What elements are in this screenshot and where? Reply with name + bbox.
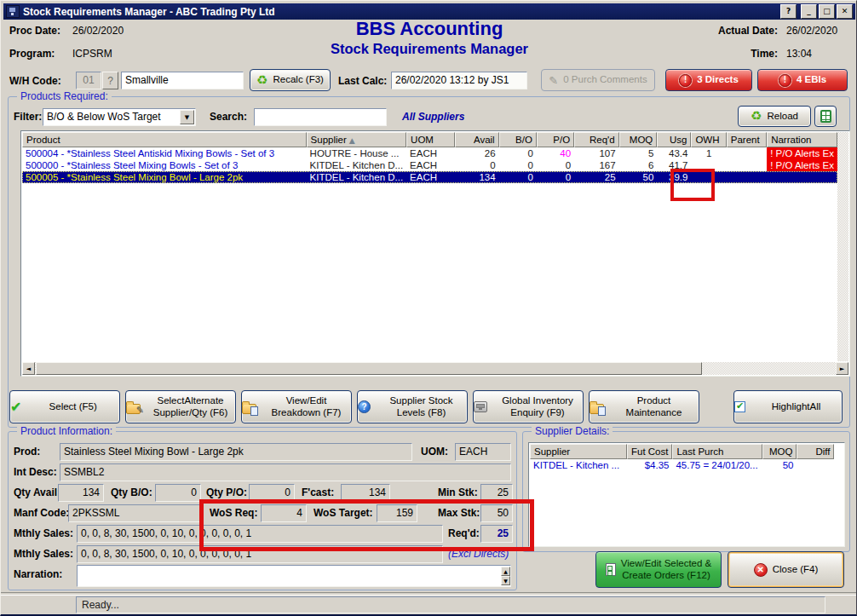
wos-target-label: WoS Target: — [313, 507, 373, 519]
column-header-uom[interactable]: UOM — [406, 132, 455, 147]
search-input[interactable] — [254, 108, 387, 126]
products-table-view: ProductSupplier ▲UOMAvailB/OP/OReq'dMOQU… — [22, 132, 837, 362]
scroll-right-icon[interactable]: ► — [836, 362, 848, 375]
column-header-product[interactable]: Product — [22, 132, 307, 147]
chevron-down-icon[interactable]: ▼ — [180, 110, 194, 124]
app-title: BBS Accounting — [216, 19, 642, 39]
search-label: Search: — [210, 111, 247, 123]
highlight-all-button[interactable]: ✔ HighlightAll — [733, 390, 843, 423]
view-edit-breakdown-button[interactable]: View/EditBreakdown (F7) — [241, 390, 352, 423]
column-header-bo[interactable]: B/O — [499, 132, 537, 147]
narration-textarea[interactable] — [77, 565, 511, 587]
warning-icon: ! — [679, 74, 692, 87]
folder-edit-icon — [126, 404, 141, 414]
reload-button[interactable]: ♻ Reload — [738, 106, 811, 127]
close-circle-icon: ✕ — [754, 563, 768, 577]
suppliers-note: All Suppliers — [402, 111, 464, 123]
help-button[interactable]: ? — [780, 4, 797, 19]
horizontal-scrollbar[interactable]: ◄ ► — [22, 362, 848, 375]
minimize-button[interactable]: _ — [801, 4, 817, 19]
actual-date-value: 26/02/2020 — [786, 25, 848, 37]
wh-lookup-button[interactable]: ? — [102, 72, 118, 89]
product-information-legend: Product Information: — [17, 425, 116, 437]
column-header-owh[interactable]: OWH — [691, 132, 726, 147]
cell-moq: 6 — [619, 159, 658, 171]
cell-moq: 5 — [619, 147, 658, 159]
header-left: Proc Date: 26/02/2020 Program: ICPSRM — [9, 25, 124, 60]
supplier-stock-levels-button[interactable]: ? Supplier StockLevels (F8) — [357, 390, 468, 423]
cell-narration — [767, 171, 837, 183]
product-row[interactable]: 500004 - *Stainless Steel Antiskid Mixin… — [22, 147, 837, 159]
mthly-sales-field-1: 0, 0, 8, 30, 1500, 0, 10, 0, 0, 0, 0, 0,… — [77, 525, 443, 543]
header-center: BBS Accounting Stock Requirements Manage… — [216, 19, 642, 57]
wh-code-field[interactable]: 01 — [76, 72, 101, 89]
wos-req-field: 4 — [261, 504, 307, 522]
cell-narration: ! P/O Alerts Ex — [767, 147, 837, 159]
reqd-label: Req'd: — [448, 527, 480, 539]
select-alternate-supplier-button[interactable]: SelectAlternateSupplier/Qty (F6) — [125, 390, 236, 423]
maximize-button[interactable]: □ — [819, 4, 835, 19]
supplier-column-header-supplier[interactable]: Supplier — [530, 444, 627, 459]
proc-date-value: 26/02/2020 — [72, 25, 124, 37]
product-maintenance-button[interactable]: ProductMaintenance — [589, 390, 699, 423]
ebis-button[interactable]: ! 4 EBIs — [757, 69, 848, 91]
view-edit-create-orders-button[interactable]: View/Edit Selected &Create Orders (F12) — [595, 551, 722, 588]
scroll-left-icon[interactable]: ◄ — [22, 362, 35, 375]
column-header-avail[interactable]: Avail — [455, 132, 499, 147]
cell-owh: 1 — [691, 147, 726, 159]
cell-avail: 26 — [455, 147, 499, 159]
recycle-icon: ♻ — [751, 110, 762, 123]
spin-down-icon[interactable]: ▼ — [501, 576, 510, 585]
excl-directs-note: (Excl Directs) — [448, 548, 509, 560]
close-button[interactable]: ✕ Close (F4) — [728, 551, 844, 588]
cell-bo: 0 — [499, 171, 537, 183]
cell-usg: 41.7 — [657, 159, 691, 171]
supplier-column-header-moq[interactable]: MOQ — [762, 444, 797, 459]
supplier-cell-moq: 50 — [762, 459, 797, 471]
products-required-group: Products Required: Filter: B/O & Below W… — [8, 96, 850, 428]
cell-reqd: 167 — [574, 159, 619, 171]
status-divider — [1, 592, 857, 596]
column-header-reqd[interactable]: Req'd — [574, 132, 619, 147]
product-row[interactable]: 500005 - *Stainless Steel Mixing Bowl - … — [22, 171, 837, 183]
recalc-button[interactable]: ♻ Recalc (F3) — [250, 69, 331, 91]
scrollbar-thumb[interactable] — [36, 362, 702, 375]
cell-po: 0 — [537, 159, 574, 171]
column-header-parent[interactable]: Parent — [727, 132, 767, 147]
purch-comments-button[interactable]: ✎ 0 Purch Comments — [541, 69, 655, 91]
cell-supplier: KITDEL - Kitchen D... — [307, 171, 407, 183]
supplier-column-header-diff[interactable]: Diff — [797, 444, 834, 459]
close-window-button[interactable]: ✕ — [837, 4, 853, 19]
supplier-row[interactable]: KITDEL - Kitchen ...$4.3545.75 = 24/01/2… — [530, 459, 834, 471]
qty-po-label: Qty P/O: — [206, 486, 247, 498]
cell-usg: 43.4 — [657, 147, 691, 159]
global-inventory-enquiry-button[interactable]: Global InventoryEnquiry (F9) — [473, 390, 584, 423]
time-value: 13:04 — [786, 48, 848, 60]
directs-button[interactable]: ! 3 Directs — [665, 69, 752, 91]
min-stk-field: 25 — [480, 484, 513, 502]
fcast-label: F'cast: — [302, 486, 334, 498]
app-icon — [6, 5, 20, 18]
spin-up-icon[interactable]: ▲ — [501, 567, 510, 576]
time-label: Time: — [718, 48, 778, 60]
cell-usg: 39.9 — [657, 171, 691, 183]
export-excel-button[interactable] — [814, 106, 837, 127]
column-header-moq[interactable]: MOQ — [619, 132, 658, 147]
app-subtitle: Stock Requirements Manager — [216, 41, 642, 57]
supplier-column-header-last_purch[interactable]: Last Purch — [672, 444, 762, 459]
cell-owh — [691, 159, 726, 171]
select-button[interactable]: ✔ Select (F5) — [9, 390, 120, 423]
cell-product: 500000 - *Stainless Steel Mixing Bowls -… — [22, 159, 307, 171]
column-header-narration[interactable]: Narration — [767, 132, 837, 147]
column-header-po[interactable]: P/O — [537, 132, 574, 147]
wos-req-label: WoS Req: — [210, 507, 257, 519]
product-row[interactable]: 500000 - *Stainless Steel Mixing Bowls -… — [22, 159, 837, 171]
folder-page-icon — [242, 404, 256, 414]
products-table: ProductSupplier ▲UOMAvailB/OP/OReq'dMOQU… — [20, 130, 850, 377]
vertical-scrollbar[interactable] — [837, 132, 848, 361]
wh-name-field[interactable]: Smallville — [121, 72, 244, 89]
supplier-column-header-fut_cost[interactable]: Fut Cost — [627, 444, 672, 459]
column-header-usg[interactable]: Usg — [657, 132, 691, 147]
column-header-supplier[interactable]: Supplier ▲ — [307, 132, 407, 147]
filter-dropdown[interactable]: B/O & Below WoS Target ▼ — [43, 108, 196, 126]
